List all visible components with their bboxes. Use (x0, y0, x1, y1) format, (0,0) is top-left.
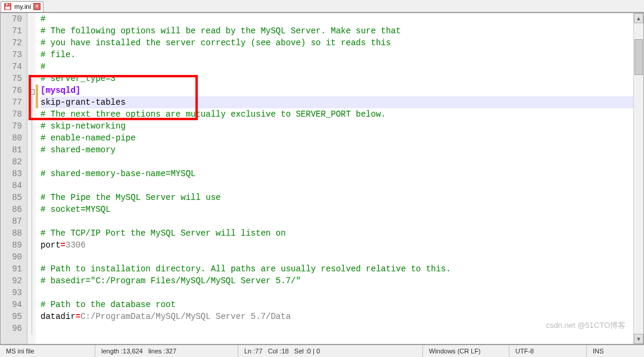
code-line[interactable] (41, 215, 633, 227)
line-number[interactable]: 83 (1, 168, 22, 180)
fold-cell (27, 13, 36, 25)
code-line[interactable]: # Path to installation directory. All pa… (41, 263, 633, 275)
code-line[interactable]: # The TCP/IP Port the MySQL Server will … (41, 227, 633, 239)
fold-cell (27, 322, 36, 334)
code-area[interactable]: ## The following options will be read by… (38, 13, 633, 344)
code-span: # The next three options are mutually ex… (41, 109, 386, 119)
line-number[interactable]: 93 (1, 287, 22, 299)
fold-cell (27, 299, 36, 311)
fold-toggle-icon[interactable]: − (29, 89, 35, 95)
scroll-down-button[interactable]: ▼ (634, 334, 643, 344)
fold-cell[interactable]: − (27, 84, 36, 96)
line-number[interactable]: 71 (1, 25, 22, 37)
code-line[interactable]: # enable-named-pipe (41, 132, 633, 144)
code-line[interactable]: # you have installed the server correctl… (41, 37, 633, 49)
status-ln-label: Ln : (244, 347, 255, 355)
close-icon: × (35, 4, 39, 10)
line-number[interactable]: 96 (1, 322, 22, 334)
fold-cell (27, 96, 36, 108)
code-line[interactable]: # (41, 13, 633, 25)
status-mode[interactable]: INS (587, 345, 644, 357)
status-lines-label: lines : (148, 347, 166, 355)
save-icon (4, 2, 12, 11)
line-number[interactable]: 79 (1, 120, 22, 132)
scroll-up-button[interactable]: ▲ (634, 13, 643, 23)
line-number[interactable]: 88 (1, 227, 22, 239)
code-line[interactable]: # basedir="C:/Program Files/MySQL/MySQL … (41, 275, 633, 287)
editor-scroll[interactable]: 7071727374757677787980818283848586878889… (1, 13, 643, 344)
line-number[interactable]: 87 (1, 215, 22, 227)
code-line[interactable]: # The following options will be read by … (41, 25, 633, 37)
fold-column[interactable]: − (27, 13, 36, 344)
fold-cell (27, 227, 36, 239)
tab-close-button[interactable]: × (33, 3, 41, 10)
line-number[interactable]: 72 (1, 37, 22, 49)
status-encoding[interactable]: UTF-8 (509, 345, 587, 357)
fold-cell (27, 156, 36, 168)
line-number[interactable]: 76 (1, 84, 22, 96)
code-line[interactable]: # socket=MYSQL (41, 203, 633, 215)
code-span: # Path to installation directory. All pa… (41, 264, 451, 274)
line-number[interactable]: 77 (1, 96, 22, 108)
code-line[interactable]: # shared-memory-base-name=MYSQL (41, 168, 633, 180)
code-line[interactable] (41, 287, 633, 299)
code-line[interactable]: # (41, 61, 633, 73)
code-line[interactable]: # The next three options are mutually ex… (41, 108, 633, 120)
status-eol[interactable]: Windows (CR LF) (423, 345, 509, 357)
code-line[interactable]: # server_type=3 (41, 73, 633, 84)
code-span: # socket=MYSQL (41, 205, 111, 214)
code-line[interactable]: [mysqld] (41, 84, 633, 96)
line-number-gutter[interactable]: 7071727374757677787980818283848586878889… (1, 13, 27, 344)
line-number[interactable]: 85 (1, 192, 22, 203)
line-number[interactable]: 70 (1, 13, 22, 25)
code-line[interactable]: skip-grant-tables (41, 96, 633, 108)
code-line[interactable] (41, 180, 633, 192)
code-span: # enable-named-pipe (41, 133, 136, 143)
fold-cell (27, 203, 36, 215)
line-number[interactable]: 84 (1, 180, 22, 192)
line-number[interactable]: 78 (1, 108, 22, 120)
fold-cell (27, 180, 36, 192)
code-line[interactable]: # file. (41, 49, 633, 61)
line-number[interactable]: 80 (1, 132, 22, 144)
code-line[interactable]: datadir=C:/ProgramData/MySQL/MySQL Serve… (41, 311, 633, 322)
code-line[interactable]: # shared-memory (41, 144, 633, 156)
code-line[interactable] (41, 322, 633, 334)
line-number[interactable]: 81 (1, 144, 22, 156)
line-number[interactable]: 75 (1, 73, 22, 84)
line-number[interactable]: 95 (1, 311, 22, 322)
line-number[interactable]: 90 (1, 251, 22, 263)
code-span: # The TCP/IP Port the MySQL Server will … (41, 228, 286, 238)
code-span: C:/ProgramData/MySQL/MySQL Server 5.7/Da… (80, 312, 291, 321)
line-number[interactable]: 91 (1, 263, 22, 275)
line-number[interactable]: 74 (1, 61, 22, 73)
file-tab[interactable]: my.ini × (1, 1, 43, 12)
code-span: # you have installed the server correctl… (41, 38, 396, 48)
code-line[interactable] (41, 251, 633, 263)
status-col-label: Col : (268, 347, 282, 355)
code-line[interactable] (41, 156, 633, 168)
code-span: # basedir="C:/Program Files/MySQL/MySQL … (41, 276, 301, 286)
line-number[interactable]: 92 (1, 275, 22, 287)
tab-bar: my.ini × (0, 0, 644, 12)
code-span: # server_type=3 (41, 74, 116, 83)
code-line[interactable]: # skip-networking (41, 120, 633, 132)
line-number[interactable]: 73 (1, 49, 22, 61)
line-number[interactable]: 89 (1, 239, 22, 251)
code-line[interactable]: # The Pipe the MySQL Server will use (41, 192, 633, 203)
code-span: # (41, 62, 45, 71)
vertical-scrollbar[interactable]: ▲ ▼ (633, 13, 643, 344)
editor: 7071727374757677787980818283848586878889… (0, 12, 644, 345)
line-number[interactable]: 94 (1, 299, 22, 311)
svg-rect-1 (5, 7, 10, 10)
fold-cell (27, 132, 36, 144)
status-sel-value: 0 | 0 (307, 347, 320, 355)
status-bar: MS ini file length : 13,624 lines : 327 … (0, 345, 644, 357)
code-line[interactable]: port=3306 (41, 239, 633, 251)
scrollbar-thumb[interactable] (634, 39, 643, 75)
fold-cell (27, 287, 36, 299)
code-line[interactable]: # Path to the database root (41, 299, 633, 311)
line-number[interactable]: 86 (1, 203, 22, 215)
fold-cell (27, 168, 36, 180)
line-number[interactable]: 82 (1, 156, 22, 168)
